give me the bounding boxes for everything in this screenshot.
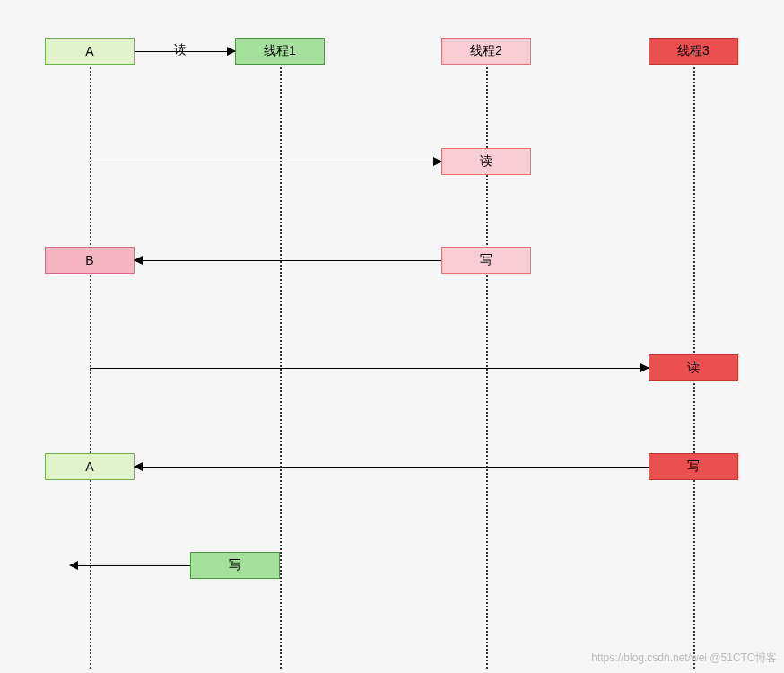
box-label: 写 bbox=[687, 459, 700, 475]
arrow-a-to-t3-read bbox=[90, 368, 649, 369]
box-a-initial: A bbox=[45, 38, 135, 65]
box-label: A bbox=[85, 44, 93, 58]
box-a-state2: A bbox=[45, 453, 135, 480]
box-b-state: B bbox=[45, 247, 135, 274]
watermark-text: https://blog.csdn.net/wei @51CTO博客 bbox=[591, 651, 777, 666]
box-label: 读 bbox=[687, 360, 700, 376]
box-label: B bbox=[85, 253, 93, 267]
box-thread3: 线程3 bbox=[649, 38, 738, 65]
arrow-t1-to-a bbox=[70, 565, 190, 566]
box-label: 写 bbox=[229, 557, 241, 573]
box-t3-read: 读 bbox=[649, 354, 738, 381]
box-label: 读 bbox=[480, 153, 492, 170]
box-thread1: 线程1 bbox=[235, 38, 325, 65]
arrow-t3-to-a bbox=[135, 467, 649, 468]
box-t1-write: 写 bbox=[190, 552, 280, 579]
box-t2-read: 读 bbox=[441, 148, 531, 175]
box-t3-write: 写 bbox=[649, 453, 738, 480]
label-read-t1: 读 bbox=[174, 42, 187, 58]
box-label: 写 bbox=[480, 252, 492, 268]
box-t2-write: 写 bbox=[441, 247, 531, 274]
box-label: 线程1 bbox=[264, 43, 296, 59]
arrow-a-to-t2-read bbox=[90, 162, 441, 162]
box-label: 线程3 bbox=[677, 43, 710, 59]
arrow-t2-to-b bbox=[135, 260, 441, 261]
box-thread2: 线程2 bbox=[441, 38, 531, 65]
box-label: 线程2 bbox=[470, 43, 502, 59]
box-label: A bbox=[85, 459, 93, 474]
